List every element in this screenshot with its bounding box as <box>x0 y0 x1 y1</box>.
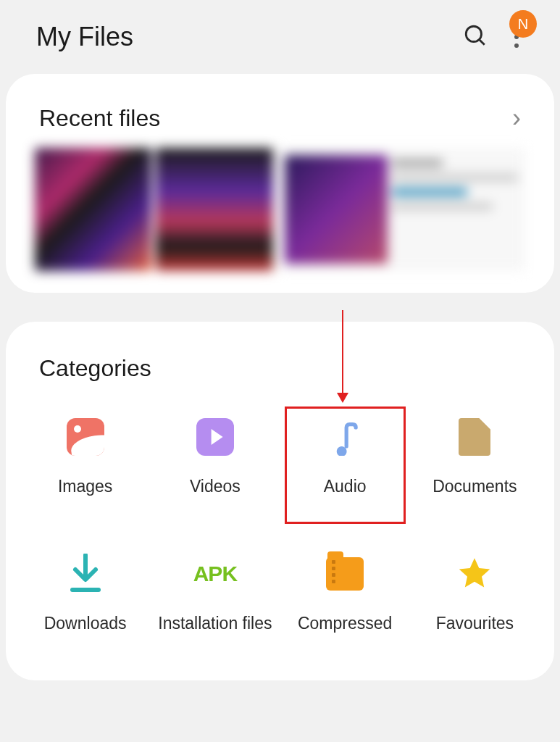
recent-files-thumbnails[interactable] <box>6 148 554 271</box>
svg-point-0 <box>466 26 481 41</box>
categories-card: Categories Images Videos Audio Documents <box>6 322 554 680</box>
categories-title: Categories <box>6 343 554 411</box>
category-label: Downloads <box>44 613 127 634</box>
header-actions: N <box>463 23 524 51</box>
category-label: Compressed <box>298 613 392 634</box>
category-audio[interactable]: Audio <box>280 411 410 504</box>
search-button[interactable] <box>463 23 488 51</box>
favourites-icon <box>456 555 493 593</box>
recent-thumbnail[interactable] <box>35 148 151 271</box>
recent-files-card: Recent files › <box>6 74 554 293</box>
chevron-right-icon: › <box>512 103 521 133</box>
recent-files-header[interactable]: Recent files › <box>6 96 554 148</box>
annotation-highlight <box>285 407 406 524</box>
category-favourites[interactable]: Favourites <box>410 548 540 641</box>
category-images[interactable]: Images <box>20 411 150 504</box>
recent-files-title: Recent files <box>39 105 160 132</box>
recent-thumbnail[interactable] <box>277 148 526 271</box>
search-icon <box>463 23 488 48</box>
category-label: Installation files <box>158 613 272 634</box>
category-label: Images <box>58 476 112 497</box>
header: My Files N <box>0 0 560 74</box>
documents-icon <box>456 418 493 456</box>
avatar[interactable]: N <box>509 10 537 38</box>
category-label: Videos <box>190 476 241 497</box>
compressed-icon <box>326 555 364 593</box>
category-videos[interactable]: Videos <box>150 411 280 504</box>
apk-icon: APK <box>196 555 234 593</box>
images-icon <box>67 418 104 456</box>
downloads-icon <box>67 555 104 593</box>
category-downloads[interactable]: Downloads <box>20 548 150 641</box>
page-title: My Files <box>36 22 133 52</box>
category-label: Favourites <box>436 613 514 634</box>
recent-thumbnail[interactable] <box>156 148 272 271</box>
category-label: Documents <box>432 476 517 497</box>
category-installation-files[interactable]: APK Installation files <box>150 548 280 641</box>
categories-grid: Images Videos Audio Documents <box>6 411 554 659</box>
svg-line-1 <box>480 40 485 45</box>
category-compressed[interactable]: Compressed <box>280 548 410 641</box>
videos-icon <box>196 418 234 456</box>
category-documents[interactable]: Documents <box>410 411 540 504</box>
